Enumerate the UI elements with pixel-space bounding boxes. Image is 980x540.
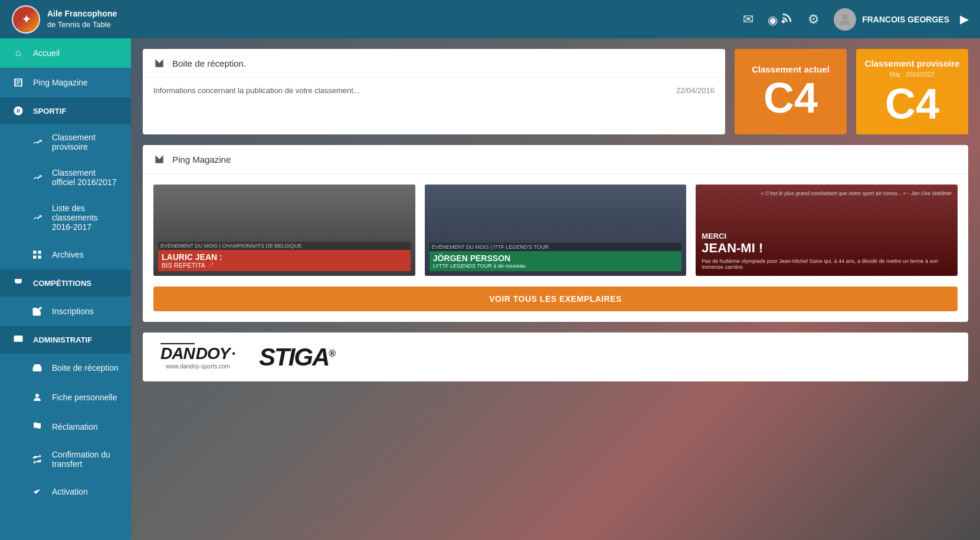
sidebar-label-liste-classements: Liste des classements 2016-2017 xyxy=(52,203,119,232)
svg-point-0 xyxy=(782,20,785,23)
header: Aile Francophone de Tennis de Table FRAN… xyxy=(0,0,980,38)
body-wrap: ⌂ Accueil Ping Magazine SPORTIF Classeme… xyxy=(0,38,980,540)
sidebar-label-fiche-personnelle: Fiche personnelle xyxy=(52,393,119,402)
dandoy-url: www.dandoy-sports.com xyxy=(160,363,235,370)
mag3-merci: MERCI xyxy=(702,232,952,241)
svg-point-7 xyxy=(35,394,39,397)
dandoy-dot: • xyxy=(232,348,235,359)
admin-icon xyxy=(12,333,25,346)
pencil-icon xyxy=(31,305,44,318)
sport-icon xyxy=(12,104,25,117)
sidebar-label-ping-magazine: Ping Magazine xyxy=(33,78,119,87)
stiga-registered: ® xyxy=(329,348,335,358)
sidebar-item-confirmation-transfert[interactable]: Confirmation du transfert xyxy=(0,442,131,477)
user-info[interactable]: FRANCOIS GEORGES ▶ xyxy=(834,8,968,31)
mag1-event: ÉVÉNEMENT DU MOIS | CHAMPIONNATS DE BELG… xyxy=(158,242,411,250)
svg-rect-2 xyxy=(33,251,36,253)
sidebar-label-activation: Activation xyxy=(52,487,119,496)
sidebar-label-classement-provisoire: Classement provisoire xyxy=(52,133,119,152)
magazine-images: ÉVÉNEMENT DU MOIS | CHAMPIONNATS DE BELG… xyxy=(143,174,968,287)
logo-area: Aile Francophone de Tennis de Table xyxy=(12,5,117,34)
dandoy-name2: DOY xyxy=(196,344,230,363)
magazine-card: Ping Magazine ÉVÉNEMENT DU MOIS | CHAMPI… xyxy=(143,145,968,322)
rss-icon[interactable] xyxy=(768,11,794,27)
home-icon: ⌂ xyxy=(12,47,25,60)
inbox-title: Boite de réception. xyxy=(172,58,246,68)
transfer-icon xyxy=(31,453,44,466)
chart-up2-icon xyxy=(31,171,44,184)
chart-up3-icon xyxy=(31,211,44,224)
trophy-icon xyxy=(12,276,25,289)
logo-text: Aile Francophone de Tennis de Table xyxy=(47,8,117,31)
sidebar-item-sportif: SPORTIF xyxy=(0,97,131,124)
sidebar-item-fiche-personnelle[interactable]: Fiche personnelle xyxy=(0,383,131,412)
mag3-text: Pas de huitième olympiade pour Jean-Mich… xyxy=(702,258,952,270)
top-row: Boite de réception. Informations concern… xyxy=(143,49,968,134)
svg-point-1 xyxy=(843,14,848,19)
sidebar-item-competitions: COMPÉTITIONS xyxy=(0,269,131,297)
sidebar: ⌂ Accueil Ping Magazine SPORTIF Classeme… xyxy=(0,38,131,540)
mag-placeholder-1: ÉVÉNEMENT DU MOIS | CHAMPIONNATS DE BELG… xyxy=(153,185,415,276)
mag3-quote: « C'est le plus grand combattant que not… xyxy=(761,190,952,196)
classement-provisoire-title: Classement provisoire xyxy=(865,58,960,68)
sidebar-item-classement-provisoire[interactable]: Classement provisoire xyxy=(0,124,131,160)
magazine-image-3[interactable]: « C'est le plus grand combattant que not… xyxy=(696,185,958,276)
sidebar-item-archives[interactable]: Archives xyxy=(0,240,131,269)
sidebar-item-liste-classements[interactable]: Liste des classements 2016-2017 xyxy=(0,195,131,240)
user-name: FRANCOIS GEORGES xyxy=(862,15,949,24)
main-inner: Boite de réception. Informations concern… xyxy=(131,38,980,392)
classement-actuel-value: C4 xyxy=(763,77,818,119)
mag2-caption: JÖRGEN PERSSON LYTTF LEGENDS TOUR à de n… xyxy=(430,251,682,271)
svg-rect-3 xyxy=(38,251,41,253)
mag3-name: JEAN-MI ! xyxy=(702,241,952,256)
see-all-button[interactable]: VOIR TOUS LES EXEMPLAIRES xyxy=(153,287,958,311)
inbox-message: Informations concernant la publication d… xyxy=(153,86,360,95)
check-icon xyxy=(31,485,44,498)
main-content: Boite de réception. Informations concern… xyxy=(131,38,980,540)
magazine-image-1[interactable]: ÉVÉNEMENT DU MOIS | CHAMPIONNATS DE BELG… xyxy=(153,185,415,276)
person-icon xyxy=(31,391,44,404)
sidebar-label-confirmation-transfert: Confirmation du transfert xyxy=(52,450,119,469)
sidebar-item-boite-reception[interactable]: Boite de réception xyxy=(0,353,131,383)
sidebar-item-reclamation[interactable]: Réclamation xyxy=(0,412,131,442)
sidebar-item-accueil[interactable]: ⌂ Accueil xyxy=(0,38,131,68)
classement-provisoire-subtitle: Màj : 20160322 xyxy=(890,71,935,78)
mag-placeholder-2: ÉVÉNEMENT DU MOIS | ITTF LEGEND'S TOUR J… xyxy=(425,185,687,276)
sidebar-label-archives: Archives xyxy=(52,250,119,259)
inbox-card: Boite de réception. Informations concern… xyxy=(143,49,725,134)
magazine-envelope-icon xyxy=(153,153,165,165)
sidebar-label-classement-officiel: Classement officiel 2016/2017 xyxy=(52,168,119,187)
sidebar-label-competitions: COMPÉTITIONS xyxy=(33,279,119,288)
stiga-name: STIGA xyxy=(259,343,329,371)
classement-provisoire-card[interactable]: Classement provisoire Màj : 20160322 C4 xyxy=(856,49,968,134)
sponsors-card: DAN DOY • www.dandoy-sports.com STIGA® xyxy=(143,332,968,381)
sidebar-item-activation[interactable]: Activation xyxy=(0,477,131,506)
dandoy-name: DAN xyxy=(160,344,195,363)
stiga-logo: STIGA® xyxy=(259,345,335,370)
inbox-row[interactable]: Informations concernant la publication d… xyxy=(143,78,725,103)
sidebar-item-administratif: ADMINISTRATIF xyxy=(0,326,131,353)
mail-icon[interactable] xyxy=(743,12,753,27)
flag-icon xyxy=(31,420,44,433)
sidebar-item-inscriptions[interactable]: Inscriptions xyxy=(0,297,131,326)
gear-icon[interactable] xyxy=(808,12,820,27)
play-icon[interactable]: ▶ xyxy=(960,13,968,26)
magazine-image-2[interactable]: ÉVÉNEMENT DU MOIS | ITTF LEGEND'S TOUR J… xyxy=(425,185,687,276)
dandoy-logo: DAN DOY • www.dandoy-sports.com xyxy=(160,344,235,370)
sidebar-item-ping-magazine[interactable]: Ping Magazine xyxy=(0,68,131,97)
inbox-icon xyxy=(31,361,44,374)
logo-icon xyxy=(12,5,40,34)
inbox-envelope-icon xyxy=(153,57,165,69)
svg-rect-6 xyxy=(14,335,23,342)
avatar xyxy=(834,8,856,31)
sidebar-label-sportif: SPORTIF xyxy=(33,107,119,116)
classement-actuel-card[interactable]: Classement actuel C4 xyxy=(735,49,847,134)
mag2-event: ÉVÉNEMENT DU MOIS | ITTF LEGEND'S TOUR xyxy=(430,243,682,251)
header-icons: FRANCOIS GEORGES ▶ xyxy=(743,8,968,31)
mag-placeholder-3: « C'est le plus grand combattant que not… xyxy=(696,185,958,276)
sidebar-label-administratif: ADMINISTRATIF xyxy=(33,335,119,344)
inbox-header: Boite de réception. xyxy=(143,49,725,78)
sidebar-item-classement-officiel[interactable]: Classement officiel 2016/2017 xyxy=(0,160,131,195)
inbox-date: 22/04/2016 xyxy=(676,86,714,95)
classement-actuel-title: Classement actuel xyxy=(752,64,830,74)
